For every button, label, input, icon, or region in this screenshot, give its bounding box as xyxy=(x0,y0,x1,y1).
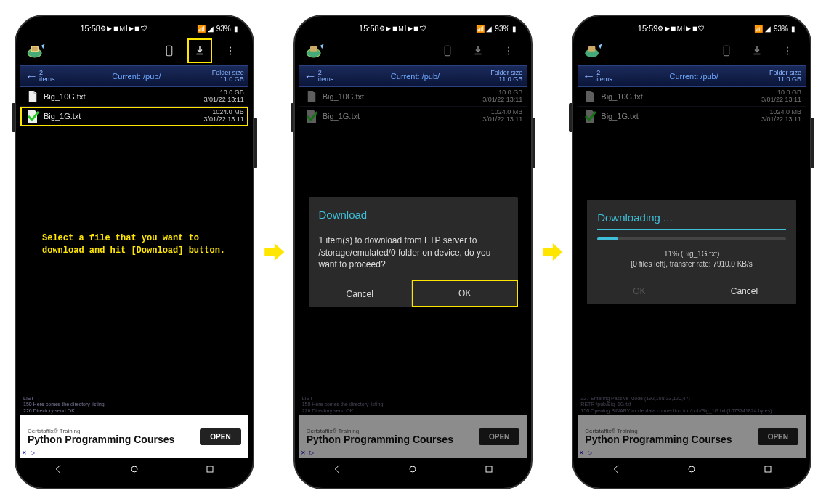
svg-point-7 xyxy=(131,466,137,472)
app-logo-icon[interactable] xyxy=(305,43,325,59)
svg-point-12 xyxy=(508,46,509,48)
ad-info-icon[interactable]: ▷ xyxy=(309,450,314,456)
svg-point-23 xyxy=(689,466,695,472)
nav-back-icon[interactable] xyxy=(331,463,343,478)
status-icons-mid: ⚙ ▶ ◼ M ł ▶ ◼ 🛡 xyxy=(100,25,147,32)
svg-point-15 xyxy=(410,466,416,472)
svg-rect-24 xyxy=(765,466,771,472)
battery-percent: 93% xyxy=(216,25,231,33)
ad-banner[interactable]: Certstaffix® Training Python Programming… xyxy=(20,415,248,458)
device-button[interactable] xyxy=(157,38,182,63)
svg-rect-11 xyxy=(445,46,451,56)
ad-open-button[interactable]: OPEN xyxy=(479,428,519,445)
file-row[interactable]: Big_10G.txt 10.0 GB 3/01/22 13:11 xyxy=(20,87,248,107)
phone-1: 15:58 ⚙ ▶ ◼ M ł ▶ ◼ 🛡 📶 ◢ 93% ▮ xyxy=(15,15,254,489)
download-button[interactable] xyxy=(745,38,769,63)
back-arrow-icon[interactable]: ← xyxy=(25,69,39,84)
battery-icon: ▮ xyxy=(234,25,238,33)
app-logo-icon[interactable] xyxy=(26,43,46,59)
overflow-menu-button[interactable] xyxy=(775,38,800,63)
ad-info-icon[interactable]: ▷ xyxy=(588,450,592,456)
clock: 15:58 xyxy=(80,24,100,33)
ad-banner[interactable]: Certstaffix® TrainingPython Programming … xyxy=(578,415,806,458)
signal-icons: 📶 ◢ xyxy=(197,25,214,33)
current-path: Current: /pub/ xyxy=(61,72,212,81)
overflow-menu-button[interactable] xyxy=(496,38,521,63)
status-bar: 15:58 ⚙ ▶ ◼ M ł ▶ ◼ 🛡 📶 ◢ 93% ▮ xyxy=(299,20,527,36)
ad-info-icon[interactable]: ▷ xyxy=(31,450,35,456)
nav-recent-icon[interactable] xyxy=(204,463,216,478)
file-checked-icon xyxy=(25,110,41,123)
ad-open-button[interactable]: OPEN xyxy=(200,428,240,445)
path-bar: ← 2 items Current: /pub/ Folder size 11.… xyxy=(20,65,248,87)
svg-point-21 xyxy=(787,50,788,52)
nav-recent-icon[interactable] xyxy=(483,463,495,478)
back-arrow-icon[interactable]: ← xyxy=(304,69,318,84)
svg-rect-8 xyxy=(207,466,213,472)
instruction-overlay: Select a file that you want to download … xyxy=(42,232,234,257)
ad-title: Python Programming Courses xyxy=(28,434,193,445)
ftp-log: LIST150 Here comes the directory listing… xyxy=(299,394,527,415)
svg-point-22 xyxy=(787,53,788,54)
nav-home-icon[interactable] xyxy=(129,463,140,478)
ftp-log: 227 Entering Passive Mode (192,168,33,12… xyxy=(578,394,806,415)
svg-rect-19 xyxy=(724,46,729,56)
ad-open-button[interactable]: OPEN xyxy=(758,428,798,445)
svg-rect-10 xyxy=(310,46,317,52)
download-button[interactable] xyxy=(187,38,212,63)
ftp-log: LIST 150 Here comes the directory listin… xyxy=(20,394,248,415)
ad-close-icon[interactable]: ✕ xyxy=(301,450,306,456)
svg-rect-16 xyxy=(486,466,492,472)
app-toolbar xyxy=(20,36,248,65)
system-nav-bar xyxy=(20,458,248,484)
file-name: Big_10G.txt xyxy=(44,92,204,101)
svg-point-14 xyxy=(508,53,509,54)
nav-recent-icon[interactable] xyxy=(762,463,774,478)
flow-arrow-icon xyxy=(262,240,286,264)
file-name: Big_1G.txt xyxy=(44,112,204,121)
folder-size-value: 11.0 GB xyxy=(212,76,244,83)
file-icon xyxy=(25,90,41,103)
ad-close-icon[interactable]: ✕ xyxy=(22,450,27,456)
file-row-selected[interactable]: Big_1G.txt 1024.0 MB 3/01/22 13:11 xyxy=(20,107,248,126)
nav-back-icon[interactable] xyxy=(52,463,64,478)
file-row[interactable]: Big_1G.txt 1024.0 MB3/01/22 13:11 xyxy=(578,107,806,126)
file-row[interactable]: Big_10G.txt 10.0 GB3/01/22 13:11 xyxy=(299,87,527,107)
svg-point-3 xyxy=(169,54,170,55)
status-bar: 15:59 ⚙ ▶ ◼ M ł ▶ ◼ 🛡 📶 ◢ 93% ▮ xyxy=(578,20,806,36)
file-date: 3/01/22 13:11 xyxy=(204,97,244,104)
svg-point-4 xyxy=(230,46,231,48)
file-row[interactable]: Big_1G.txt 1024.0 MB3/01/22 13:11 xyxy=(299,107,527,126)
device-button[interactable] xyxy=(435,38,460,63)
item-count-label: items xyxy=(39,76,61,83)
file-date: 3/01/22 13:11 xyxy=(204,116,244,123)
overflow-menu-button[interactable] xyxy=(218,38,243,63)
svg-rect-1 xyxy=(31,46,38,52)
svg-point-13 xyxy=(508,50,509,52)
app-logo-icon[interactable] xyxy=(583,43,604,59)
file-list[interactable]: Big_10G.txt 10.0 GB 3/01/22 13:11 Big_1G… xyxy=(20,87,248,415)
device-button[interactable] xyxy=(714,38,739,63)
download-button[interactable] xyxy=(466,38,490,63)
nav-back-icon[interactable] xyxy=(610,463,622,478)
status-bar: 15:58 ⚙ ▶ ◼ M ł ▶ ◼ 🛡 📶 ◢ 93% ▮ xyxy=(20,20,248,36)
ad-close-icon[interactable]: ✕ xyxy=(579,450,584,456)
svg-point-6 xyxy=(230,53,231,54)
flow-arrow-icon xyxy=(540,240,564,264)
nav-home-icon[interactable] xyxy=(407,463,418,478)
file-row[interactable]: Big_10G.txt 10.0 GB3/01/22 13:11 xyxy=(578,87,806,107)
svg-rect-18 xyxy=(588,46,595,52)
ad-banner[interactable]: Certstaffix® TrainingPython Programming … xyxy=(299,415,527,458)
svg-point-20 xyxy=(787,46,788,48)
phone-2: 15:58 ⚙ ▶ ◼ M ł ▶ ◼ 🛡 📶 ◢ 93% ▮ ← 2items… xyxy=(293,15,533,489)
nav-home-icon[interactable] xyxy=(686,463,697,478)
back-arrow-icon[interactable]: ← xyxy=(582,69,596,84)
phone-3: 15:59 ⚙ ▶ ◼ M ł ▶ ◼ 🛡 📶 ◢ 93% ▮ ← 2items… xyxy=(572,15,811,489)
svg-point-5 xyxy=(230,50,231,52)
